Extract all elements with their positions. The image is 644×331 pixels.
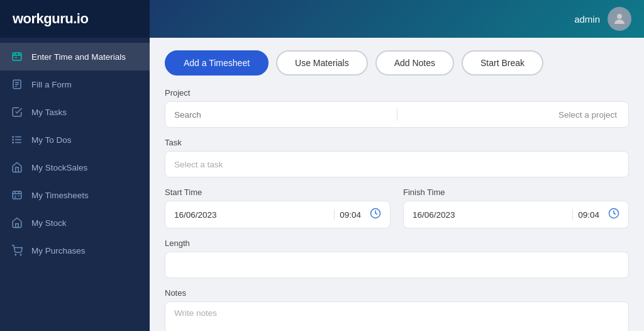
sidebar-item-label: My StockSales: [31, 163, 87, 172]
user-area: admin: [574, 7, 631, 31]
task-placeholder: Select a task: [174, 160, 223, 169]
add-notes-button[interactable]: Add Notes: [375, 50, 454, 76]
time-row: Start Time 16/06/2023 09:04 Finish Time: [165, 188, 629, 228]
finish-date-value: 16/06/2023: [413, 210, 567, 220]
start-time-label: Start Time: [165, 188, 391, 197]
sidebar-item-enter-time[interactable]: Enter Time and Materials: [0, 43, 150, 70]
task-input-box[interactable]: Select a task: [165, 151, 629, 177]
task-label: Task: [165, 138, 629, 147]
start-time-divider: [334, 209, 335, 220]
purchases-icon: [10, 244, 24, 257]
notes-input[interactable]: Write notes ⤡: [165, 301, 629, 331]
avatar: [608, 7, 631, 31]
stocksales-icon: [10, 160, 24, 174]
project-label: Project: [165, 88, 629, 98]
length-field-group: Length: [165, 238, 629, 278]
sidebar-item-timesheets[interactable]: My Timesheets: [0, 181, 150, 209]
time-materials-icon: [10, 50, 24, 64]
sidebar-item-label: My Purchases: [31, 246, 86, 255]
main-wrapper: admin Add a Timesheet Use Materials Add …: [150, 0, 644, 331]
timesheets-icon: [10, 188, 24, 202]
notes-field-group: Notes Write notes ⤡: [165, 288, 629, 331]
start-time-input[interactable]: 16/06/2023 09:04: [165, 201, 391, 228]
topbar: admin: [150, 0, 644, 38]
start-date-value: 16/06/2023: [174, 210, 329, 220]
action-buttons: Add a Timesheet Use Materials Add Notes …: [165, 50, 629, 76]
stock-icon: [10, 216, 24, 230]
svg-point-14: [13, 142, 14, 143]
svg-point-12: [13, 137, 14, 138]
start-clock-icon[interactable]: [370, 208, 381, 222]
sidebar-item-label: My Timesheets: [31, 191, 89, 200]
sidebar-item-stocksales[interactable]: My StockSales: [0, 154, 150, 181]
svg-rect-0: [13, 53, 21, 60]
task-field-group: Task Select a task: [165, 138, 629, 177]
tasks-icon: [10, 105, 24, 119]
use-materials-button[interactable]: Use Materials: [276, 50, 368, 76]
finish-time-divider: [572, 209, 573, 220]
sidebar-item-stock[interactable]: My Stock: [0, 209, 150, 237]
finish-time-value: 09:04: [578, 210, 599, 220]
start-break-button[interactable]: Start Break: [462, 50, 543, 76]
sidebar-item-label: My To Dos: [31, 135, 72, 145]
svg-rect-15: [13, 191, 21, 199]
project-field-group: Project Select a project: [165, 88, 629, 128]
username: admin: [574, 14, 600, 25]
logo: workguru.io: [0, 0, 150, 38]
svg-point-13: [13, 139, 14, 140]
todos-icon: [10, 133, 24, 147]
finish-time-input[interactable]: 16/06/2023 09:04: [403, 201, 629, 228]
finish-clock-icon[interactable]: [608, 208, 619, 222]
length-label: Length: [165, 238, 629, 248]
sidebar-item-label: My Tasks: [31, 108, 67, 117]
start-time-value: 09:04: [340, 210, 361, 220]
sidebar-item-label: My Stock: [31, 218, 67, 228]
project-input-box: Select a project: [165, 101, 629, 128]
project-select-placeholder[interactable]: Select a project: [402, 110, 620, 120]
add-timesheet-button[interactable]: Add a Timesheet: [165, 50, 269, 76]
sidebar: workguru.io Enter Time and Materials: [0, 0, 150, 331]
sidebar-item-my-tasks[interactable]: My Tasks: [0, 98, 150, 126]
svg-point-25: [617, 14, 622, 19]
sidebar-item-purchases[interactable]: My Purchases: [0, 237, 150, 264]
svg-rect-22: [16, 224, 19, 228]
brand-name: workguru.io: [13, 11, 88, 27]
length-input[interactable]: [165, 252, 629, 278]
sidebar-nav: Enter Time and Materials Fill a Form: [0, 38, 150, 264]
finish-time-label: Finish Time: [403, 188, 629, 197]
sidebar-item-label: Fill a Form: [31, 80, 72, 89]
notes-placeholder: Write notes: [174, 308, 619, 318]
start-time-field: Start Time 16/06/2023 09:04: [165, 188, 391, 228]
sidebar-item-my-todos[interactable]: My To Dos: [0, 126, 150, 154]
project-search-input[interactable]: [174, 110, 392, 120]
svg-point-24: [20, 254, 21, 255]
sidebar-item-label: Enter Time and Materials: [31, 52, 126, 62]
notes-label: Notes: [165, 288, 629, 298]
finish-time-field: Finish Time 16/06/2023 09:04: [403, 188, 629, 228]
form-icon: [10, 77, 24, 91]
content-area: Add a Timesheet Use Materials Add Notes …: [150, 38, 644, 331]
sidebar-item-fill-form[interactable]: Fill a Form: [0, 70, 150, 98]
svg-point-23: [15, 254, 16, 255]
project-divider: [397, 108, 397, 121]
